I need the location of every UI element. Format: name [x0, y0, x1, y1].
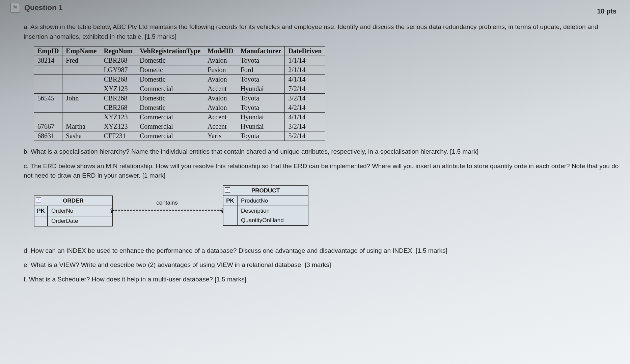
table-cell: 1/1/14 — [285, 56, 325, 65]
table-cell: Commercial — [136, 122, 204, 131]
table-cell: Avalon — [204, 56, 237, 65]
collapse-icon: - — [225, 187, 230, 193]
table-cell — [62, 84, 100, 94]
table-cell: 7/2/14 — [285, 84, 325, 94]
table-cell: Accent — [204, 84, 237, 94]
table-cell: 67667 — [34, 122, 62, 131]
table-row: XYZ123CommercialAccentHyundai7/2/14 — [34, 84, 325, 94]
table-row: 38214FredCBR268DomesticAvalonToyota1/1/1… — [34, 56, 325, 65]
erd-order-pk-attr: OrderNo — [48, 206, 112, 216]
table-cell: CBR268 — [100, 103, 136, 113]
table-cell: XYZ123 — [100, 84, 136, 94]
table-cell: Avalon — [204, 94, 237, 103]
table-cell: CBR268 — [100, 56, 136, 65]
points-label: 10 pts — [597, 7, 617, 15]
table-header: VehRegistrationType — [136, 47, 204, 56]
erd-order-title: ORDER — [63, 198, 83, 204]
table-cell: 4/1/14 — [285, 113, 325, 122]
table-cell: XYZ123 — [100, 113, 136, 122]
table-cell: Martha — [62, 122, 100, 131]
table-header: Manufacturer — [237, 47, 285, 56]
erd-diagram: - ORDER PK OrderNo OrderDate contains ⊱ … — [34, 185, 620, 243]
part-e-text: e. What is a VIEW? Write and describe tw… — [24, 260, 620, 270]
table-cell: 56545 — [34, 94, 62, 103]
table-cell: 4/2/14 — [285, 103, 325, 113]
table-cell: Commercial — [136, 113, 204, 122]
erd-product-entity: - PRODUCT PK ProductNo Description Quant… — [223, 185, 308, 226]
table-cell — [34, 113, 62, 122]
table-cell: Toyota — [237, 56, 285, 65]
table-cell: Commercial — [136, 84, 204, 94]
table-header: EmpID — [34, 47, 62, 56]
table-cell: Accent — [204, 113, 237, 122]
table-row: 56545JohnCBR268DomesticAvalonToyota3/2/1… — [34, 94, 325, 103]
part-f-text: f. What is a Scheduler? How does it help… — [24, 275, 620, 284]
table-cell: Hyundai — [237, 122, 285, 131]
table-cell: 38214 — [34, 56, 62, 65]
table-cell: Hyundai — [237, 113, 285, 122]
vehicle-employee-table: EmpIDEmpNameRegoNumVehRegistrationTypeMo… — [34, 46, 325, 141]
table-cell: Yaris — [204, 131, 237, 141]
table-cell: Toyota — [237, 75, 285, 84]
question-header: ⚑ Question 1 — [10, 0, 620, 19]
table-cell: Domestic — [136, 94, 204, 103]
table-cell: Fusion — [204, 65, 237, 75]
table-cell: 68631 — [34, 131, 62, 141]
table-cell: Dometic — [136, 65, 204, 75]
table-cell — [34, 75, 62, 84]
table-cell: Toyota — [237, 103, 285, 113]
crowfoot-left-icon: ⊱ — [110, 207, 115, 214]
table-cell: Domestic — [136, 56, 204, 65]
table-cell — [34, 84, 62, 94]
table-cell: XYZ123 — [100, 122, 136, 131]
erd-product-title: PRODUCT — [251, 187, 280, 194]
table-cell — [62, 75, 100, 84]
erd-relationship-label: contains — [156, 200, 177, 206]
erd-order-pk-label: PK — [34, 206, 48, 216]
table-cell: Fred — [62, 56, 100, 65]
table-row: LGY987DometicFusionFord2/1/14 — [34, 65, 325, 75]
table-cell: CBR268 — [100, 75, 136, 84]
table-row: 67667MarthaXYZ123CommercialAccentHyundai… — [34, 122, 325, 131]
table-cell: Avalon — [204, 75, 237, 84]
table-cell: 3/2/14 — [285, 122, 325, 131]
table-cell: Domestic — [136, 103, 204, 113]
table-cell: Toyota — [237, 131, 285, 141]
table-row: XYZ123CommercialAccentHyundai4/1/14 — [34, 113, 325, 122]
table-cell — [62, 103, 100, 113]
part-d-text: d. How can an INDEX be used to enhance t… — [24, 246, 620, 256]
table-row: 68631SashaCFF231CommercialYarisToyota5/2… — [34, 131, 325, 141]
erd-order-entity: - ORDER PK OrderNo OrderDate — [34, 195, 113, 226]
erd-product-pk-attr: ProductNo — [238, 196, 302, 206]
question-flag-icon: ⚑ — [10, 3, 20, 13]
collapse-icon: - — [36, 198, 41, 203]
table-cell: Toyota — [237, 94, 285, 103]
erd-product-pk-label: PK — [223, 196, 238, 206]
erd-product-attr-qty: QuantityOnHand — [238, 216, 302, 225]
table-cell: 3/2/14 — [285, 94, 325, 103]
table-cell — [34, 103, 62, 113]
erd-order-attr-date: OrderDate — [48, 216, 112, 226]
table-header: DateDriven — [285, 47, 325, 56]
table-cell: Hyundai — [237, 84, 285, 94]
table-cell: 5/2/14 — [285, 131, 325, 141]
table-row: CBR268DomesticAvalonToyota4/1/14 — [34, 75, 325, 84]
part-a-text: a. As shown in the table below, ABC Pty … — [24, 22, 620, 41]
part-b-text: b. What is a specialisation hierarchy? N… — [24, 147, 620, 157]
table-header: EmpName — [62, 47, 100, 56]
table-cell: 2/1/14 — [285, 65, 325, 75]
table-cell — [62, 113, 100, 122]
erd-product-attr-desc: Description — [238, 206, 302, 216]
table-cell: Sasha — [62, 131, 100, 141]
table-cell: LGY987 — [100, 65, 136, 75]
table-cell: Accent — [204, 122, 237, 131]
table-cell — [62, 65, 100, 75]
part-c-text: c. The ERD below shows an M:N relationsh… — [24, 161, 620, 181]
table-row: CBR268DomesticAvalonToyota4/2/14 — [34, 103, 325, 113]
question-label: Question 1 — [24, 3, 63, 12]
table-cell: Commercial — [136, 131, 204, 141]
table-cell — [34, 65, 62, 75]
table-cell: Ford — [237, 65, 285, 75]
table-cell: CBR268 — [100, 94, 136, 103]
table-header: RegoNum — [100, 47, 136, 56]
